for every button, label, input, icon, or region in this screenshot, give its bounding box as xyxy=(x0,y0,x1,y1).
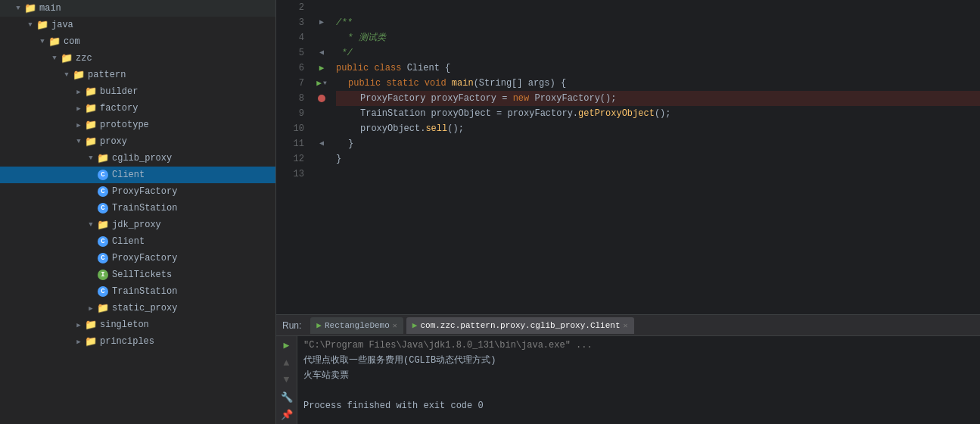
wrench-button[interactable]: 🔧 xyxy=(279,391,294,404)
tree-label-pattern: pattern xyxy=(88,70,126,80)
folder-icon-pattern: 📁 xyxy=(73,69,85,81)
tree-item-prototype[interactable]: ▶ 📁 prototype xyxy=(0,117,275,133)
tree-item-pattern[interactable]: ▼ 📁 pattern xyxy=(0,67,275,83)
tree-label-factory: factory xyxy=(100,103,138,114)
tree-item-principles[interactable]: ▶ 📁 principles xyxy=(0,333,275,350)
tab-close-rect[interactable]: ✕ xyxy=(393,321,397,330)
up-button[interactable]: ▲ xyxy=(279,357,294,369)
folder-icon-principles: 📁 xyxy=(85,335,97,348)
code-line-12: } xyxy=(336,151,980,167)
pin-button[interactable]: 📌 xyxy=(279,408,294,421)
code-line-8: ProxyFactory proxyFactory = new ProxyFac… xyxy=(336,91,980,106)
code-editor[interactable]: 2 3 4 5 6 7 8 9 10 11 12 13 ▶ xyxy=(276,0,980,314)
tree-item-proxyfactory[interactable]: C ProxyFactory xyxy=(0,183,275,200)
fold-icon-11: ◀ xyxy=(319,136,324,151)
console-toolbar-vertical: ▶ ▲ ▼ 🔧 📌 xyxy=(276,336,297,424)
line-num-12: 12 xyxy=(276,151,304,167)
tree-label-static: static_proxy xyxy=(112,303,177,313)
tree-label-selltickets: SellTickets xyxy=(112,270,172,280)
class-icon-trainstation2: C xyxy=(97,285,109,298)
gutter-3: ▶ xyxy=(310,15,333,30)
tree-label-proxyfactory: ProxyFactory xyxy=(112,186,177,197)
tree-item-singleton[interactable]: ▶ 📁 singleton xyxy=(0,316,275,333)
tree-label-builder: builder xyxy=(100,86,138,97)
tree-item-cglib-proxy[interactable]: ▼ 📁 cglib_proxy xyxy=(0,150,275,167)
line-num-8: 8 xyxy=(276,91,304,106)
console-line-1: 代理点收取一些服务费用(CGLIB动态代理方式) xyxy=(303,353,974,368)
tree-item-jdk-proxy[interactable]: ▼ 📁 jdk_proxy xyxy=(0,217,275,233)
tree-item-main[interactable]: ▼ 📁 main xyxy=(0,0,275,17)
tree-item-client[interactable]: C Client xyxy=(0,167,275,183)
code-trainstation-end: (); xyxy=(655,106,671,121)
tree-arrow-cglib: ▼ xyxy=(85,152,97,164)
tree-item-com[interactable]: ▼ 📁 com xyxy=(0,33,275,50)
tree-item-trainstation[interactable]: C TrainStation xyxy=(0,200,275,217)
kw-public2: public xyxy=(348,76,386,91)
class-icon-proxyfactory2: C xyxy=(97,252,109,264)
line-num-6: 6 xyxy=(276,61,304,76)
tree-item-static-proxy[interactable]: ▶ 📁 static_proxy xyxy=(0,300,275,316)
folder-icon-java: 📁 xyxy=(36,19,48,31)
line-num-9: 9 xyxy=(276,106,304,121)
tree-label-client: Client xyxy=(112,170,145,180)
gutter-13 xyxy=(310,167,333,182)
tree-label-trainstation2: TrainStation xyxy=(112,286,177,297)
tree-item-trainstation2[interactable]: C TrainStation xyxy=(0,283,275,300)
folder-icon-proxy: 📁 xyxy=(85,136,97,148)
tree-item-factory[interactable]: ▶ 📁 factory xyxy=(0,100,275,117)
tab-close-client[interactable]: ✕ xyxy=(624,321,628,330)
tree-label-client2: Client xyxy=(112,236,145,247)
tree-item-proxy[interactable]: ▼ 📁 proxy xyxy=(0,133,275,150)
gutter-9 xyxy=(310,106,333,121)
console-output-1: 代理点收取一些服务费用(CGLIB动态代理方式) xyxy=(303,353,496,368)
line-num-5: 5 xyxy=(276,45,304,61)
folder-icon-builder: 📁 xyxy=(85,86,97,98)
tree-label-com: com xyxy=(64,36,80,47)
tree-item-builder[interactable]: ▶ 📁 builder xyxy=(0,83,275,100)
fold-icon-3: ▶ xyxy=(319,15,324,30)
code-line-11: } xyxy=(336,136,980,151)
line-num-2: 2 xyxy=(276,0,304,15)
run-tab-client[interactable]: ▶ com.zzc.pattern.proxy.cglib_proxy.Clie… xyxy=(406,317,634,334)
tree-item-proxyfactory2[interactable]: C ProxyFactory xyxy=(0,250,275,267)
gutter-10 xyxy=(310,121,333,136)
tree-label-zzc: zzc xyxy=(76,53,92,64)
kw-static: static xyxy=(386,76,424,91)
line-num-3: 3 xyxy=(276,15,304,30)
code-line-6: public class Client { xyxy=(336,61,980,76)
tree-label-prototype: prototype xyxy=(100,120,149,130)
down-button[interactable]: ▼ xyxy=(279,374,294,387)
bottom-panel: Run: ▶ RectangleDemo ✕ ▶ com.zzc.pattern… xyxy=(276,314,980,424)
class-icon-client2: C xyxy=(97,235,109,248)
run-label: Run: xyxy=(282,320,301,331)
line-num-10: 10 xyxy=(276,121,304,136)
kw-public: public xyxy=(336,61,374,76)
tree-arrow-jdk: ▼ xyxy=(85,219,97,231)
tree-label-jdk: jdk_proxy xyxy=(112,220,161,230)
tree-item-zzc[interactable]: ▼ 📁 zzc xyxy=(0,50,275,67)
tree-item-selltickets[interactable]: I SellTickets xyxy=(0,267,275,283)
breakpoint-8 xyxy=(318,95,325,102)
gutter-7: ▶ ▼ xyxy=(310,76,333,91)
code-line-13 xyxy=(336,167,980,182)
run-arrow-6: ▶ xyxy=(319,61,325,76)
file-tree[interactable]: ▼ 📁 main ▼ 📁 java ▼ 📁 com ▼ 📁 zzc ▼ 📁 pa… xyxy=(0,0,276,424)
run-tab-label-client: com.zzc.pattern.proxy.cglib_proxy.Client xyxy=(420,321,620,330)
code-content[interactable]: /** * 测试类 */ public class Client { publi… xyxy=(333,0,980,314)
tree-label-trainstation: TrainStation xyxy=(112,203,177,214)
tree-arrow-singleton: ▶ xyxy=(73,319,85,331)
gutter-11: ◀ xyxy=(310,136,333,151)
play-button[interactable]: ▶ xyxy=(279,339,294,352)
gutter-5: ◀ xyxy=(310,45,333,61)
run-icon-rect: ▶ xyxy=(316,320,322,330)
tree-item-client2[interactable]: C Client xyxy=(0,233,275,250)
run-tab-label-rect: RectangleDemo xyxy=(325,321,390,330)
tree-arrow-pattern: ▼ xyxy=(61,69,73,81)
folder-icon-zzc: 📁 xyxy=(61,52,73,64)
console-line-2: 火车站卖票 xyxy=(303,368,974,383)
line-num-7: 7 xyxy=(276,76,304,91)
method-getproxy: getProxyObject xyxy=(578,106,655,121)
console-area: ▶ ▲ ▼ 🔧 📌 "C:\Program Files\Java\jdk1.8.… xyxy=(276,336,980,424)
tree-item-java[interactable]: ▼ 📁 java xyxy=(0,17,275,33)
run-tab-rectangle[interactable]: ▶ RectangleDemo ✕ xyxy=(310,317,403,334)
